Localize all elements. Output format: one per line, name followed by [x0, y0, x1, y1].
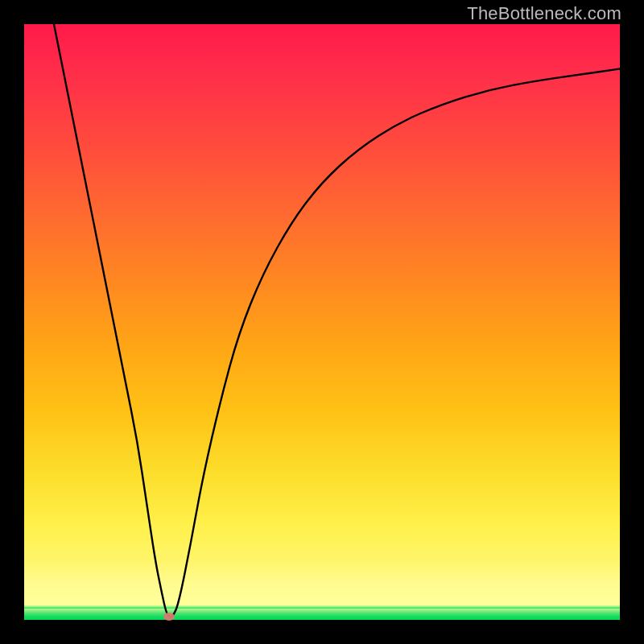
curve-svg	[24, 24, 620, 620]
chart-frame: TheBottleneck.com	[0, 0, 644, 644]
watermark-text: TheBottleneck.com	[467, 3, 621, 24]
plot-area	[24, 24, 620, 620]
minimum-marker-icon	[163, 613, 175, 621]
bottleneck-curve	[54, 24, 620, 617]
